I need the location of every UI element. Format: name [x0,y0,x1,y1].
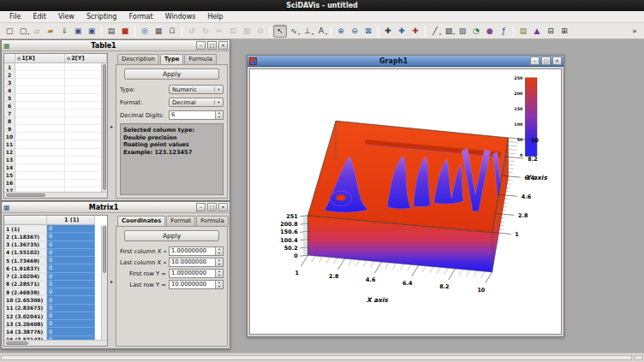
table-cell[interactable] [15,94,65,102]
table-corner-cell[interactable] [4,54,15,63]
matrix-cell-selected[interactable]: 0 [47,288,95,296]
delete-icon[interactable]: ⊘▾ [253,25,267,38]
matrix-cell-selected[interactable]: 0 [47,264,95,272]
matrix-cell-selected[interactable]: 0 [47,305,95,312]
matrix-row[interactable]: 13 (3.20408) 0 [4,320,107,328]
menu-item[interactable]: File [3,12,27,21]
table-row[interactable]: 7 [4,110,107,117]
zoom-in-icon[interactable]: ⊕▾ [334,25,348,38]
menu-item[interactable]: View [52,12,80,21]
matrix-cell-selected[interactable]: 0 [47,312,95,320]
row-number[interactable]: 3 [4,79,15,86]
matrix1-titlebar[interactable]: ▦ Matrix1 – □ × [2,202,230,213]
open-template-icon[interactable]: ▰▾ [44,25,57,38]
restore-button[interactable]: □ [207,203,217,211]
new-sphere-icon[interactable]: ●▾ [483,25,497,38]
close-button[interactable]: × [218,203,228,211]
minimize-button[interactable]: – [196,41,206,50]
matrix-row-header[interactable]: 9 (2.46939) [4,288,47,296]
paste-icon[interactable]: ▥▾ [240,25,253,38]
matrix-cell-selected[interactable]: 0 [47,249,95,257]
matrix-row-header[interactable]: 6 (1.91837) [4,264,47,272]
menu-item[interactable]: Help [201,12,229,21]
add-text-icon[interactable]: A▾ [314,25,328,38]
menu-item[interactable]: Edit [27,12,52,21]
matrix-row[interactable]: 10 (2.65306) 0 [4,296,107,304]
hscroll-track[interactable] [1,355,632,360]
matrix-cell-selected[interactable]: 0 [47,296,95,304]
table-column-header[interactable]: ⊞2[Y] [65,54,107,63]
add-column-icon[interactable]: ⊞▾ [558,25,571,38]
matrix-column-header[interactable]: 1 (1) [47,216,95,225]
matrix-row-header[interactable]: 2 (1.18367) [4,233,47,240]
close-button[interactable]: × [552,56,562,65]
row-number[interactable]: 16 [4,180,15,187]
copy-icon[interactable]: ⊡▾ [226,25,240,38]
matrix-row[interactable]: 2 (1.18367) 0 [4,233,107,240]
table-cell[interactable] [15,157,65,164]
table-vscrollbar[interactable] [101,63,107,192]
matrix-row[interactable]: 4 (1.55102) 0 [4,249,107,257]
table-cell[interactable] [15,172,65,180]
table-row[interactable]: 4 [4,86,107,94]
table-cell[interactable] [15,117,65,125]
table-row[interactable]: 14 [4,164,107,172]
graph-canvas[interactable]: 12.84.66.48.21012.84.66.48.210050.2100.4… [249,68,562,335]
draw-line-icon[interactable]: ╱▾ [428,25,442,38]
matrix-row-header[interactable]: 14 (3.38776) [4,328,47,335]
apply-button[interactable]: Apply [124,230,219,241]
spin-down-icon[interactable]: ▾ [216,285,223,289]
table-grid[interactable]: ⊞1[X] ⊞2[Y] 1 2 [3,53,108,199]
new-note-icon[interactable]: ▤▾ [516,25,530,38]
matrix-row-header[interactable]: 5 (1.73469) [4,257,47,264]
table-row[interactable]: 13 [4,157,107,164]
type-combobox[interactable]: Numeric▾ [169,85,224,94]
table-row[interactable]: 15 [4,172,107,180]
matrix-corner-cell[interactable] [4,216,47,225]
row-number[interactable]: 8 [4,117,15,125]
open-project-icon[interactable]: ▱▾ [30,25,44,38]
row-number[interactable]: 14 [4,164,15,172]
restore-button[interactable]: □ [541,56,551,65]
matrix-row-header[interactable]: 12 (3.02041) [4,312,47,320]
toolbar-overflow-icon[interactable]: »▾ [628,25,641,38]
new-project-icon[interactable]: ▢▾ [3,25,16,38]
save-project-icon[interactable]: ▣▾ [71,25,85,38]
table-cell[interactable] [15,140,65,148]
table-cell[interactable] [15,180,65,187]
undo-icon[interactable]: ↺▾ [185,25,199,38]
spin-down-icon[interactable]: ▾ [216,263,223,267]
tab[interactable]: Type [160,54,184,64]
move-data-points-icon[interactable]: ✚▾ [395,25,408,38]
matrix-grid[interactable]: 1 (1) 1 (1) 0 2 (1.18367) 0 [3,215,108,347]
vscroll-thumb[interactable] [103,226,106,273]
dock-collapse-handle[interactable]: ▸ [108,215,116,347]
print-preview-icon[interactable]: ◎▾ [138,25,152,38]
table-row[interactable]: 9 [4,125,107,133]
table-column-header[interactable]: ⊞1[X] [15,54,65,63]
matrix-row[interactable]: 14 (3.38776) 0 [4,328,107,335]
matrix-row[interactable]: 5 (1.73469) 0 [4,257,107,264]
spin-down-icon[interactable]: ▾ [216,252,223,256]
coordinate-spinbox[interactable]: 1.00000000▴▾ [169,269,224,278]
matrix-row[interactable]: 12 (3.02041) 0 [4,312,107,320]
table-row[interactable]: 8 [4,117,107,125]
remove-data-points-icon[interactable]: ✚▾ [408,25,422,38]
spin-down-icon[interactable]: ▾ [216,274,223,278]
surface-plot-3d[interactable]: 12.84.66.48.21012.84.66.48.210050.2100.4… [250,69,561,334]
row-number[interactable]: 5 [4,94,15,102]
table-cell[interactable] [15,71,65,79]
redo-icon[interactable]: ↻▾ [199,25,212,38]
hscroll-thumb[interactable] [6,341,28,345]
close-button[interactable]: × [218,41,228,50]
matrix-row-header[interactable]: 7 (2.10204) [4,273,47,281]
matrix-row-header[interactable]: 8 (2.28571) [4,281,47,288]
matrix-cell-selected[interactable]: 0 [47,320,95,328]
minimize-button[interactable]: – [196,203,206,211]
save-template-icon[interactable]: ▣▾ [85,25,98,38]
row-number[interactable]: 12 [4,149,15,157]
decimal-digits-spinbox[interactable]: 6▴▾ [169,110,224,120]
matrix-row[interactable]: 3 (1.36735) 0 [4,241,107,249]
row-number[interactable]: 11 [4,140,15,148]
row-number[interactable]: 10 [4,133,15,140]
